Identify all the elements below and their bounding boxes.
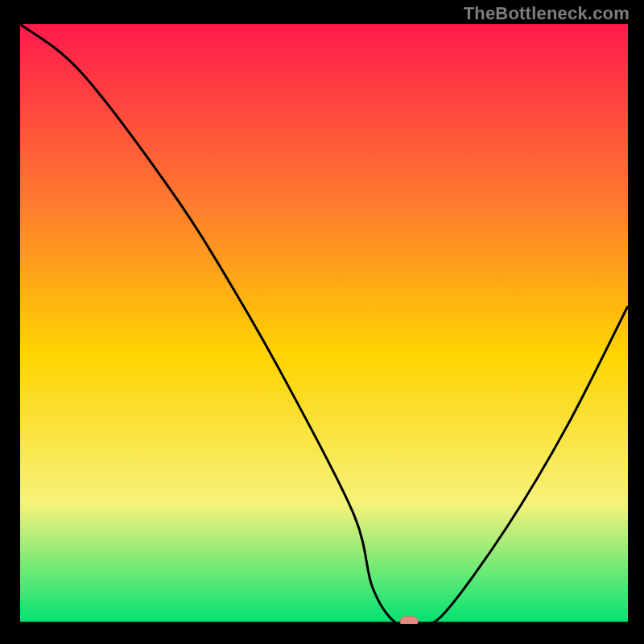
gradient-background	[20, 24, 628, 624]
chart-svg	[20, 24, 628, 624]
optimum-marker	[400, 617, 418, 624]
watermark-text: TheBottleneck.com	[464, 3, 630, 24]
plot-area	[20, 24, 628, 624]
chart-frame: TheBottleneck.com	[0, 0, 644, 644]
